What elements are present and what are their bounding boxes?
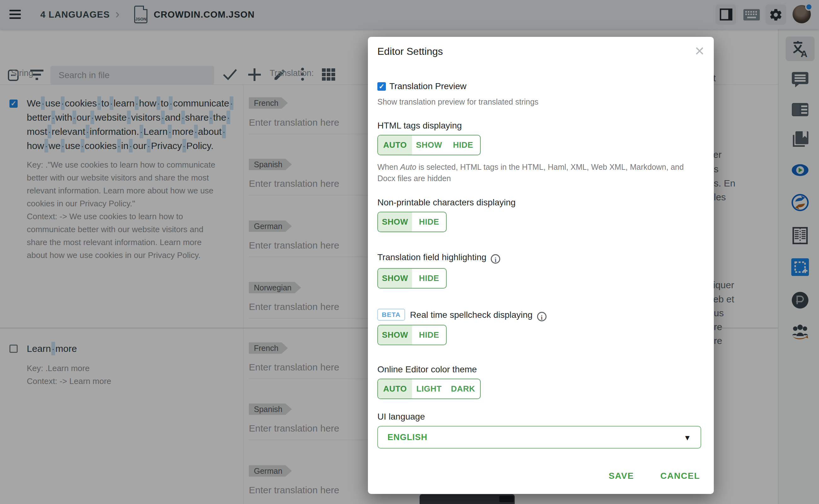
spellcheck-option-show[interactable]: SHOW (378, 325, 412, 345)
beta-badge: BETA (377, 309, 405, 321)
html-tags-help-text: When Auto is selected, HTML tags in the … (377, 161, 686, 184)
non-printable-option-show[interactable]: SHOW (378, 212, 412, 232)
close-icon[interactable]: × (695, 43, 704, 59)
spellcheck-heading: BETAReal time spellcheck displayingi (377, 309, 547, 321)
info-icon[interactable]: i (537, 312, 547, 321)
field-highlighting-heading: Translation field highlightingi (377, 252, 500, 264)
non-printable-heading: Non-printable characters displaying (377, 198, 516, 208)
save-button[interactable]: SAVE (609, 471, 634, 481)
translation-preview-desc: Show translation preview for translated … (377, 97, 538, 106)
html-tags-heading: HTML tags displaying (377, 121, 462, 131)
cancel-button[interactable]: CANCEL (660, 471, 700, 481)
html-tags-option-hide[interactable]: HIDE (446, 135, 480, 155)
html-tags-option-auto[interactable]: AUTO (378, 135, 412, 155)
chevron-down-icon: ▼ (684, 433, 691, 442)
modal-actions: SAVE CANCEL (609, 471, 700, 481)
ui-language-value: ENGLISH (387, 432, 427, 442)
crowdin-editor: 4 LANGUAGES › JSON CROWDIN.COM.JSON (0, 0, 819, 504)
spellcheck-option-hide[interactable]: HIDE (412, 325, 446, 345)
color-theme-heading: Online Editor color theme (377, 364, 477, 375)
field-highlighting-option-show[interactable]: SHOW (378, 269, 412, 288)
non-printable-option-hide[interactable]: HIDE (412, 212, 446, 232)
info-icon[interactable]: i (491, 254, 500, 264)
ui-language-select[interactable]: ENGLISH ▼ (377, 426, 701, 449)
ui-language-heading: UI language (377, 412, 425, 422)
html-tags-segmented-control: AUTO SHOW HIDE (377, 135, 481, 155)
html-tags-option-show[interactable]: SHOW (412, 135, 446, 155)
modal-title: Editor Settings (377, 46, 443, 57)
translation-preview-checkbox[interactable]: ✓ (377, 82, 386, 91)
spellcheck-segmented-control: SHOW HIDE (377, 325, 447, 345)
translation-preview-label[interactable]: Translation Preview (389, 81, 467, 91)
color-theme-option-auto[interactable]: AUTO (378, 379, 412, 398)
help-italic-word: Auto (400, 163, 416, 171)
color-theme-option-dark[interactable]: DARK (446, 379, 480, 398)
non-printable-segmented-control: SHOW HIDE (377, 212, 447, 232)
field-highlighting-segmented-control: SHOW HIDE (377, 268, 447, 289)
color-theme-segmented-control: AUTO LIGHT DARK (377, 379, 481, 399)
editor-settings-modal: Editor Settings × ✓ Translation Preview … (368, 37, 714, 494)
field-highlighting-option-hide[interactable]: HIDE (412, 269, 446, 288)
color-theme-option-light[interactable]: LIGHT (412, 379, 446, 398)
